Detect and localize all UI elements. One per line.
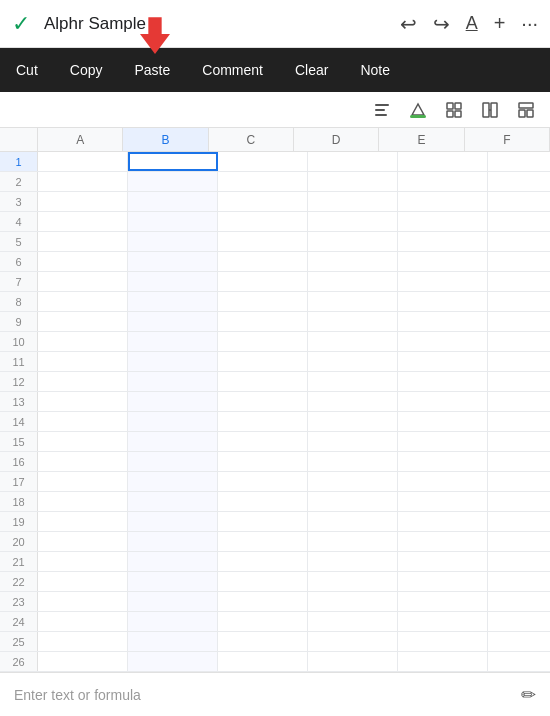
cell-a1[interactable] — [38, 152, 128, 171]
formula-edit-icon[interactable]: ✏ — [521, 684, 536, 706]
cell-b8[interactable] — [128, 292, 218, 311]
cell-a7[interactable] — [38, 272, 128, 291]
cell-d20[interactable] — [308, 532, 398, 551]
freeze-rows-icon[interactable] — [510, 94, 542, 126]
cell-f11[interactable] — [488, 352, 550, 371]
cell-a12[interactable] — [38, 372, 128, 391]
cell-f22[interactable] — [488, 572, 550, 591]
cell-b22[interactable] — [128, 572, 218, 591]
cell-b6[interactable] — [128, 252, 218, 271]
cell-d9[interactable] — [308, 312, 398, 331]
table-row[interactable]: 1 — [0, 152, 550, 172]
cell-f4[interactable] — [488, 212, 550, 231]
cell-f14[interactable] — [488, 412, 550, 431]
cell-d1[interactable] — [308, 152, 398, 171]
cell-b9[interactable] — [128, 312, 218, 331]
cell-c21[interactable] — [218, 552, 308, 571]
cell-a5[interactable] — [38, 232, 128, 251]
grid-icon[interactable] — [438, 94, 470, 126]
cell-d22[interactable] — [308, 572, 398, 591]
cell-e9[interactable] — [398, 312, 488, 331]
cell-d12[interactable] — [308, 372, 398, 391]
cell-e6[interactable] — [398, 252, 488, 271]
cell-b20[interactable] — [128, 532, 218, 551]
table-row[interactable]: 12 — [0, 372, 550, 392]
cell-c17[interactable] — [218, 472, 308, 491]
cell-e7[interactable] — [398, 272, 488, 291]
table-row[interactable]: 19 — [0, 512, 550, 532]
cell-a21[interactable] — [38, 552, 128, 571]
cell-f21[interactable] — [488, 552, 550, 571]
col-header-c[interactable]: C — [209, 128, 294, 151]
cell-d26[interactable] — [308, 652, 398, 671]
cell-f7[interactable] — [488, 272, 550, 291]
cell-a24[interactable] — [38, 612, 128, 631]
table-row[interactable]: 5 — [0, 232, 550, 252]
cell-e25[interactable] — [398, 632, 488, 651]
table-row[interactable]: 24 — [0, 612, 550, 632]
table-row[interactable]: 14 — [0, 412, 550, 432]
cell-d3[interactable] — [308, 192, 398, 211]
note-button[interactable]: Note — [344, 48, 406, 92]
cell-f19[interactable] — [488, 512, 550, 531]
paint-bucket-icon[interactable] — [402, 94, 434, 126]
cell-f10[interactable] — [488, 332, 550, 351]
cell-a14[interactable] — [38, 412, 128, 431]
cell-a19[interactable] — [38, 512, 128, 531]
cell-f16[interactable] — [488, 452, 550, 471]
table-row[interactable]: 8 — [0, 292, 550, 312]
cell-e26[interactable] — [398, 652, 488, 671]
cell-f5[interactable] — [488, 232, 550, 251]
cell-b23[interactable] — [128, 592, 218, 611]
table-row[interactable]: 2 — [0, 172, 550, 192]
cell-f6[interactable] — [488, 252, 550, 271]
cell-b18[interactable] — [128, 492, 218, 511]
cell-a15[interactable] — [38, 432, 128, 451]
cell-b2[interactable] — [128, 172, 218, 191]
cell-b4[interactable] — [128, 212, 218, 231]
cell-a23[interactable] — [38, 592, 128, 611]
cell-f3[interactable] — [488, 192, 550, 211]
cell-c10[interactable] — [218, 332, 308, 351]
table-row[interactable]: 4 — [0, 212, 550, 232]
cell-f26[interactable] — [488, 652, 550, 671]
cell-c14[interactable] — [218, 412, 308, 431]
cell-a9[interactable] — [38, 312, 128, 331]
cell-b11[interactable] — [128, 352, 218, 371]
cell-e23[interactable] — [398, 592, 488, 611]
cell-c26[interactable] — [218, 652, 308, 671]
cell-f23[interactable] — [488, 592, 550, 611]
cell-e22[interactable] — [398, 572, 488, 591]
cell-f2[interactable] — [488, 172, 550, 191]
cell-a3[interactable] — [38, 192, 128, 211]
cell-d10[interactable] — [308, 332, 398, 351]
cell-c9[interactable] — [218, 312, 308, 331]
cell-f8[interactable] — [488, 292, 550, 311]
cell-d5[interactable] — [308, 232, 398, 251]
cell-c11[interactable] — [218, 352, 308, 371]
cell-b24[interactable] — [128, 612, 218, 631]
cell-a13[interactable] — [38, 392, 128, 411]
cell-d23[interactable] — [308, 592, 398, 611]
cell-e5[interactable] — [398, 232, 488, 251]
cell-d8[interactable] — [308, 292, 398, 311]
cell-c19[interactable] — [218, 512, 308, 531]
cell-f13[interactable] — [488, 392, 550, 411]
table-row[interactable]: 3 — [0, 192, 550, 212]
undo-icon[interactable]: ↩ — [400, 12, 417, 36]
cell-b21[interactable] — [128, 552, 218, 571]
cell-e10[interactable] — [398, 332, 488, 351]
cell-e14[interactable] — [398, 412, 488, 431]
cell-f24[interactable] — [488, 612, 550, 631]
cell-f17[interactable] — [488, 472, 550, 491]
cell-a4[interactable] — [38, 212, 128, 231]
merge-cells-icon[interactable] — [474, 94, 506, 126]
cell-e11[interactable] — [398, 352, 488, 371]
add-icon[interactable]: + — [494, 12, 506, 35]
cell-b19[interactable] — [128, 512, 218, 531]
cell-a11[interactable] — [38, 352, 128, 371]
cell-d21[interactable] — [308, 552, 398, 571]
checkmark-icon[interactable]: ✓ — [12, 11, 30, 37]
cell-b12[interactable] — [128, 372, 218, 391]
cell-d25[interactable] — [308, 632, 398, 651]
